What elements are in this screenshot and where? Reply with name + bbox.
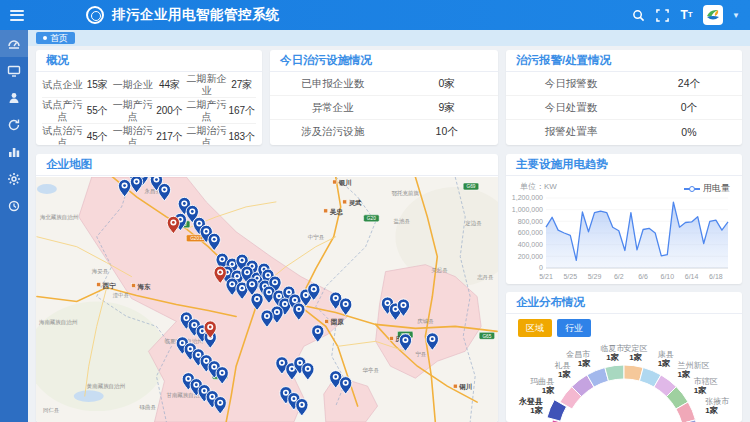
map-place-label: 中宁县 <box>308 234 325 240</box>
map-city-marker <box>333 180 337 184</box>
map-city-marker <box>453 384 457 388</box>
alarm-panel: 治污报警/处置情况 今日报警数 24个 今日处置数 0个 报警处置率 0% <box>506 50 742 145</box>
sidebar-item-user[interactable] <box>0 84 28 111</box>
monitor-icon <box>7 64 21 78</box>
menu-icon[interactable] <box>10 10 24 21</box>
svg-text:1,200,000: 1,200,000 <box>512 194 543 201</box>
donut-label: 玛曲县 <box>530 377 554 386</box>
overview-panel: 概况 试点企业 15家 一期企业 44家 二期新企业 27家 试点产污点 55个… <box>36 50 262 145</box>
donut-count: 1家 <box>658 358 671 368</box>
map-city-marker <box>324 209 328 213</box>
row-label: 今日报警数 <box>506 77 636 91</box>
donut-label: 兰州新区 <box>678 361 710 370</box>
today-facility-title: 今日治污设施情况 <box>270 50 498 72</box>
svg-text:G69: G69 <box>466 184 475 189</box>
sidebar-item-monitor[interactable] <box>0 57 28 84</box>
donut-label: 安定区 <box>623 344 647 353</box>
donut-count: 1家 <box>705 405 718 415</box>
svg-text:600,000: 600,000 <box>518 229 543 236</box>
map-place-label: 海北藏族自治州 <box>40 214 79 221</box>
table-row: 今日处置数 0个 <box>506 96 742 120</box>
map-place-label: 黄南藏族自治州 <box>87 383 126 390</box>
row-value: 0家 <box>395 77 498 91</box>
table-row: 异常企业 9家 <box>270 96 498 120</box>
map-canvas[interactable]: G30G2012G6G20G22G65G69G75永昌县海晏县海北藏族自治州西宁… <box>36 177 498 422</box>
app-title: 排污企业用电智能管控系统 <box>112 6 280 24</box>
overview-label: 试点治污点 <box>42 124 83 145</box>
sidebar-item-dashboard[interactable] <box>0 30 28 57</box>
donut-label: 康县 <box>658 350 674 359</box>
distribution-panel-title: 企业分布情况 <box>506 292 742 314</box>
sidebar-item-refresh[interactable] <box>0 111 28 138</box>
row-label: 涉及治污设施 <box>270 125 395 139</box>
donut-label: 永登县 <box>518 396 543 406</box>
map-place-label: 吴忠 <box>329 208 343 216</box>
svg-text:6/6: 6/6 <box>638 273 648 280</box>
overview-value: 183个 <box>228 124 256 145</box>
svg-text:0: 0 <box>539 264 543 271</box>
dashboard-icon <box>7 37 21 51</box>
gear-icon <box>7 172 21 186</box>
map-pin[interactable] <box>302 363 314 381</box>
overview-label: 一期治污点 <box>111 124 154 145</box>
svg-text:1,000,000: 1,000,000 <box>512 206 543 213</box>
row-value: 0% <box>636 126 742 138</box>
svg-text:5/25: 5/25 <box>563 273 577 280</box>
map-place-label: 银川 <box>338 179 352 187</box>
donut-count: 1家 <box>542 385 555 395</box>
svg-text:G20: G20 <box>367 216 376 221</box>
donut-segment[interactable] <box>605 365 624 381</box>
overview-panel-title: 概况 <box>36 50 262 72</box>
main-content: 概况 试点企业 15家 一期企业 44家 二期新企业 27家 试点产污点 55个… <box>28 46 750 422</box>
row-value: 0个 <box>636 101 742 115</box>
svg-text:5/21: 5/21 <box>539 273 553 280</box>
tab-home[interactable]: 首页 <box>36 32 75 44</box>
table-row: 已申报企业数 0家 <box>270 72 498 96</box>
sidebar <box>0 30 28 422</box>
tab-home-label: 首页 <box>50 32 68 45</box>
industry-toggle-button[interactable]: 行业 <box>557 319 591 337</box>
caret-down-icon[interactable]: ▼ <box>732 11 740 20</box>
map-city-marker <box>343 200 347 204</box>
sidebar-item-settings[interactable] <box>0 165 28 192</box>
map-place-label: 定边县 <box>465 220 482 227</box>
donut-count: 1家 <box>530 405 543 415</box>
donut-count: 1家 <box>558 369 571 379</box>
map-place-label: 鄂托克前旗 <box>391 190 419 197</box>
map-place-label: 同仁县 <box>43 407 60 413</box>
donut-count: 1家 <box>606 352 619 362</box>
sidebar-item-history[interactable] <box>0 192 28 219</box>
donut-label: 礼县 <box>554 361 570 370</box>
map-place-label: 碌曲县 <box>139 404 157 411</box>
search-icon[interactable] <box>631 8 646 23</box>
avatar[interactable] <box>703 5 723 25</box>
highway-badge: G65 <box>479 332 495 339</box>
svg-text:6/18: 6/18 <box>709 273 723 280</box>
row-value: 9家 <box>395 101 498 115</box>
region-toggle-button[interactable]: 区域 <box>518 319 552 337</box>
map-city-marker <box>390 336 394 340</box>
bar-chart-icon <box>7 145 21 159</box>
sidebar-item-statistics[interactable] <box>0 138 28 165</box>
tab-bar: 首页 <box>28 30 750 46</box>
map-place-label: 海晏县 <box>92 268 109 275</box>
map-city-marker <box>132 284 136 288</box>
donut-count: 1家 <box>629 352 642 362</box>
map-place-label: 吴起县 <box>431 267 448 274</box>
history-icon <box>7 199 21 213</box>
distribution-panel: 企业分布情况 区域 行业 永登县1家玛曲县1家礼县1家金昌市1家临夏市1家安定区… <box>506 292 742 422</box>
map-place-label: 铜川 <box>458 383 472 391</box>
font-size-icon[interactable]: TT <box>679 8 694 23</box>
overview-label: 一期产污点 <box>111 98 154 124</box>
table-row: 涉及治污设施 10个 <box>270 120 498 144</box>
overview-table: 试点企业 15家 一期企业 44家 二期新企业 27家 试点产污点 55个 一期… <box>36 72 262 145</box>
fullscreen-icon[interactable] <box>655 8 670 23</box>
tab-dot-icon <box>43 36 47 40</box>
overview-value: 167个 <box>228 98 256 124</box>
map-place-label: 固原 <box>331 318 344 326</box>
highway-badge: G20 <box>364 215 380 222</box>
row-label: 今日处置数 <box>506 101 636 115</box>
row-label: 已申报企业数 <box>270 77 395 91</box>
donut-label: 临夏市 <box>601 344 625 353</box>
overview-label: 二期新企业 <box>185 72 228 98</box>
